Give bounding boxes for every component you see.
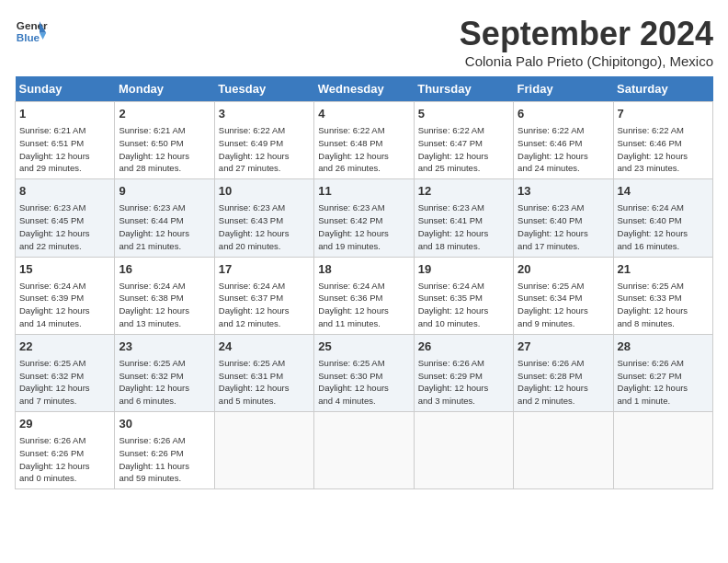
day-number: 7	[618, 106, 709, 122]
day-info: Sunrise: 6:25 AM Sunset: 6:32 PM Dayligh…	[19, 357, 110, 408]
calendar-day-cell: 23Sunrise: 6:25 AM Sunset: 6:32 PM Dayli…	[115, 334, 214, 411]
day-info: Sunrise: 6:22 AM Sunset: 6:48 PM Dayligh…	[318, 124, 409, 175]
weekday-header-row: SundayMondayTuesdayWednesdayThursdayFrid…	[16, 76, 713, 102]
day-info: Sunrise: 6:24 AM Sunset: 6:38 PM Dayligh…	[119, 280, 210, 330]
calendar-week-row: 22Sunrise: 6:25 AM Sunset: 6:32 PM Dayli…	[16, 334, 713, 411]
calendar-week-row: 15Sunrise: 6:24 AM Sunset: 6:39 PM Dayli…	[16, 257, 713, 334]
day-info: Sunrise: 6:23 AM Sunset: 6:42 PM Dayligh…	[318, 201, 409, 252]
day-info: Sunrise: 6:24 AM Sunset: 6:35 PM Dayligh…	[418, 280, 509, 330]
day-info: Sunrise: 6:23 AM Sunset: 6:40 PM Dayligh…	[518, 201, 609, 252]
day-number: 10	[219, 183, 310, 200]
day-info: Sunrise: 6:25 AM Sunset: 6:33 PM Dayligh…	[618, 280, 709, 330]
calendar-day-cell: 17Sunrise: 6:24 AM Sunset: 6:37 PM Dayli…	[214, 257, 313, 334]
day-info: Sunrise: 6:22 AM Sunset: 6:46 PM Dayligh…	[618, 124, 709, 175]
calendar-table: SundayMondayTuesdayWednesdayThursdayFrid…	[15, 76, 713, 489]
day-number: 6	[518, 106, 609, 122]
calendar-day-cell: 7Sunrise: 6:22 AM Sunset: 6:46 PM Daylig…	[613, 102, 712, 179]
day-number: 30	[119, 416, 210, 432]
day-number: 20	[518, 261, 609, 278]
logo-icon: General Blue	[15, 15, 48, 48]
day-info: Sunrise: 6:21 AM Sunset: 6:51 PM Dayligh…	[19, 124, 110, 175]
day-info: Sunrise: 6:26 AM Sunset: 6:29 PM Dayligh…	[418, 357, 509, 408]
weekday-header: Monday	[115, 76, 214, 102]
day-info: Sunrise: 6:25 AM Sunset: 6:32 PM Dayligh…	[119, 357, 210, 408]
day-number: 4	[318, 106, 409, 122]
calendar-day-cell: 26Sunrise: 6:26 AM Sunset: 6:29 PM Dayli…	[414, 334, 513, 411]
day-info: Sunrise: 6:26 AM Sunset: 6:27 PM Dayligh…	[618, 357, 709, 408]
calendar-day-cell: 15Sunrise: 6:24 AM Sunset: 6:39 PM Dayli…	[16, 257, 115, 334]
calendar-day-cell: 19Sunrise: 6:24 AM Sunset: 6:35 PM Dayli…	[414, 257, 513, 334]
month-title: September 2024	[460, 15, 713, 53]
day-number: 17	[219, 261, 310, 278]
weekday-header: Friday	[514, 76, 613, 102]
day-number: 23	[119, 339, 210, 355]
header: General Blue September 2024 Colonia Palo…	[15, 15, 713, 69]
day-info: Sunrise: 6:24 AM Sunset: 6:40 PM Dayligh…	[618, 201, 709, 252]
calendar-day-cell: 25Sunrise: 6:25 AM Sunset: 6:30 PM Dayli…	[314, 334, 414, 411]
day-number: 5	[418, 106, 509, 122]
day-number: 27	[518, 339, 609, 355]
calendar-week-row: 1Sunrise: 6:21 AM Sunset: 6:51 PM Daylig…	[16, 102, 713, 179]
weekday-header: Thursday	[414, 76, 513, 102]
calendar-day-cell: 3Sunrise: 6:22 AM Sunset: 6:49 PM Daylig…	[214, 102, 313, 179]
calendar-day-cell: 22Sunrise: 6:25 AM Sunset: 6:32 PM Dayli…	[16, 334, 115, 411]
day-info: Sunrise: 6:23 AM Sunset: 6:45 PM Dayligh…	[19, 201, 110, 252]
day-info: Sunrise: 6:26 AM Sunset: 6:28 PM Dayligh…	[518, 357, 609, 408]
calendar-day-cell: 11Sunrise: 6:23 AM Sunset: 6:42 PM Dayli…	[314, 179, 414, 257]
calendar-day-cell: 24Sunrise: 6:25 AM Sunset: 6:31 PM Dayli…	[214, 334, 313, 411]
day-info: Sunrise: 6:25 AM Sunset: 6:30 PM Dayligh…	[318, 357, 409, 408]
calendar-day-cell	[414, 412, 513, 489]
calendar-day-cell: 30Sunrise: 6:26 AM Sunset: 6:26 PM Dayli…	[115, 412, 214, 489]
calendar-day-cell: 4Sunrise: 6:22 AM Sunset: 6:48 PM Daylig…	[314, 102, 414, 179]
day-info: Sunrise: 6:24 AM Sunset: 6:39 PM Dayligh…	[19, 280, 110, 330]
calendar-day-cell: 6Sunrise: 6:22 AM Sunset: 6:46 PM Daylig…	[514, 102, 613, 179]
calendar-day-cell	[314, 412, 414, 489]
day-info: Sunrise: 6:26 AM Sunset: 6:26 PM Dayligh…	[119, 434, 210, 485]
calendar-week-row: 29Sunrise: 6:26 AM Sunset: 6:26 PM Dayli…	[16, 412, 713, 489]
calendar-day-cell: 10Sunrise: 6:23 AM Sunset: 6:43 PM Dayli…	[214, 179, 313, 257]
day-info: Sunrise: 6:24 AM Sunset: 6:36 PM Dayligh…	[318, 280, 409, 330]
day-info: Sunrise: 6:22 AM Sunset: 6:49 PM Dayligh…	[219, 124, 310, 175]
day-number: 2	[119, 106, 210, 122]
calendar-day-cell: 28Sunrise: 6:26 AM Sunset: 6:27 PM Dayli…	[613, 334, 712, 411]
day-info: Sunrise: 6:22 AM Sunset: 6:47 PM Dayligh…	[418, 124, 509, 175]
calendar-day-cell: 14Sunrise: 6:24 AM Sunset: 6:40 PM Dayli…	[613, 179, 712, 257]
day-number: 29	[19, 416, 110, 432]
weekday-header: Tuesday	[214, 76, 313, 102]
day-info: Sunrise: 6:21 AM Sunset: 6:50 PM Dayligh…	[119, 124, 210, 175]
calendar-day-cell: 12Sunrise: 6:23 AM Sunset: 6:41 PM Dayli…	[414, 179, 513, 257]
day-info: Sunrise: 6:25 AM Sunset: 6:31 PM Dayligh…	[219, 357, 310, 408]
day-number: 28	[618, 339, 709, 355]
day-number: 25	[318, 339, 409, 355]
weekday-header: Wednesday	[314, 76, 414, 102]
calendar-day-cell: 1Sunrise: 6:21 AM Sunset: 6:51 PM Daylig…	[16, 102, 115, 179]
calendar-day-cell: 5Sunrise: 6:22 AM Sunset: 6:47 PM Daylig…	[414, 102, 513, 179]
calendar-day-cell	[613, 412, 712, 489]
day-number: 9	[119, 183, 210, 200]
calendar-day-cell	[514, 412, 613, 489]
calendar-day-cell: 9Sunrise: 6:23 AM Sunset: 6:44 PM Daylig…	[115, 179, 214, 257]
calendar-day-cell: 27Sunrise: 6:26 AM Sunset: 6:28 PM Dayli…	[514, 334, 613, 411]
day-info: Sunrise: 6:23 AM Sunset: 6:44 PM Dayligh…	[119, 201, 210, 252]
day-number: 11	[318, 183, 409, 200]
day-info: Sunrise: 6:23 AM Sunset: 6:43 PM Dayligh…	[219, 201, 310, 252]
day-number: 18	[318, 261, 409, 278]
day-number: 3	[219, 106, 310, 122]
day-number: 14	[618, 183, 709, 200]
svg-marker-3	[40, 33, 46, 40]
day-number: 12	[418, 183, 509, 200]
day-number: 13	[518, 183, 609, 200]
calendar-day-cell: 2Sunrise: 6:21 AM Sunset: 6:50 PM Daylig…	[115, 102, 214, 179]
day-info: Sunrise: 6:24 AM Sunset: 6:37 PM Dayligh…	[219, 280, 310, 330]
weekday-header: Saturday	[613, 76, 712, 102]
day-number: 22	[19, 339, 110, 355]
day-number: 19	[418, 261, 509, 278]
day-info: Sunrise: 6:26 AM Sunset: 6:26 PM Dayligh…	[19, 434, 110, 485]
weekday-header: Sunday	[16, 76, 115, 102]
calendar-day-cell: 8Sunrise: 6:23 AM Sunset: 6:45 PM Daylig…	[16, 179, 115, 257]
day-number: 21	[618, 261, 709, 278]
day-info: Sunrise: 6:22 AM Sunset: 6:46 PM Dayligh…	[518, 124, 609, 175]
day-info: Sunrise: 6:23 AM Sunset: 6:41 PM Dayligh…	[418, 201, 509, 252]
calendar-week-row: 8Sunrise: 6:23 AM Sunset: 6:45 PM Daylig…	[16, 179, 713, 257]
day-number: 26	[418, 339, 509, 355]
